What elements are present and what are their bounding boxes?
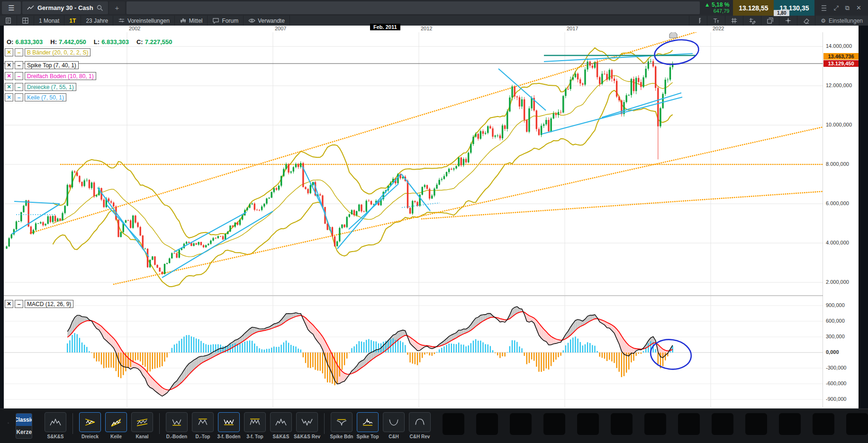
toolbar-item-1-monat[interactable]: 1 Monat	[34, 16, 64, 26]
pattern-button-d-boden[interactable]: D.-Boden	[166, 412, 188, 439]
low-value: 6.833,303	[101, 38, 129, 45]
legend-minimize-button[interactable]: –	[15, 93, 23, 101]
pattern-button-s-k-s[interactable]: S&K&S	[45, 412, 66, 439]
legend-macd: ✕–MACD (12, 26, 9)	[5, 300, 73, 308]
pattern-button-c-h-rev[interactable]: C&H Rev	[409, 412, 431, 439]
bollinger-middle	[53, 76, 673, 257]
pattern-label: Keile	[110, 434, 122, 439]
legend-label[interactable]: Spike Top (7, 40, 1)	[25, 61, 79, 69]
legend-label[interactable]: Dreiecke (7, 55, 1)	[25, 83, 76, 91]
legend-remove-button[interactable]: ✕	[5, 48, 13, 56]
style-classic-option[interactable]: Classic	[16, 414, 32, 426]
legend-label[interactable]: B Bänder (20, 0, 2, 2, S)	[25, 48, 90, 56]
order-ladder-icon[interactable]	[821, 5, 827, 11]
legend-keile: ✕–Keile (7, 50, 1)	[5, 93, 66, 101]
legend-minimize-button[interactable]: –	[15, 83, 23, 91]
pattern-label: D.-Boden	[166, 434, 187, 439]
pattern-label: D.-Top	[196, 434, 210, 439]
toolbar-layers-button[interactable]	[761, 16, 779, 26]
pattern-button-keile[interactable]: Keile	[105, 412, 127, 439]
date-tick-2012: 2012	[421, 26, 432, 31]
spiketop-pattern-icon	[357, 412, 379, 432]
pattern-button-spike-top[interactable]: Spike Top	[357, 412, 379, 439]
pattern-button-kanal[interactable]: Kanal	[131, 412, 153, 439]
close-icon[interactable]: ✕	[856, 4, 861, 11]
pattern-label: 3-f. Boden	[217, 434, 241, 439]
sliders-icon	[118, 17, 125, 24]
pattern-group-divider	[72, 413, 73, 434]
legend-dreifach: ✕–Dreifach Boden (10, 80, 1)	[5, 72, 96, 80]
style-kerze-option[interactable]: Kerze	[16, 426, 32, 438]
settings-button[interactable]: ⚙ Einstellungen	[815, 16, 868, 26]
empty-pattern-slot	[543, 413, 565, 435]
gear-icon: ⚙	[821, 18, 826, 24]
legend-minimize-button[interactable]: –	[15, 300, 23, 308]
toolbar-eraser-button[interactable]	[797, 16, 815, 26]
toolbar-crosshair-pin-button[interactable]	[779, 16, 797, 26]
price-macd-chart[interactable]	[4, 26, 859, 408]
legend-label[interactable]: Dreifach Boden (10, 80, 1)	[25, 72, 96, 80]
toolbar-item-verwandte[interactable]: Verwandte	[244, 16, 290, 26]
candles	[6, 58, 673, 275]
top-tab-bar: ☰ Germany 30 - Cash + ▲ 5,18 % 647,79 13…	[0, 0, 868, 16]
instrument-tab[interactable]: Germany 30 - Cash	[22, 1, 108, 14]
pattern-toolbar: Classic Kerze S&K&SDreieckKeileKanalD.-B…	[0, 408, 868, 443]
hamburger-menu-button[interactable]: ☰	[2, 1, 21, 14]
grid-icon	[731, 17, 738, 24]
new-tab-button[interactable]: +	[109, 1, 125, 14]
price-annotation-circle[interactable]	[652, 36, 700, 68]
toolbar-item-forum[interactable]: Forum	[208, 16, 244, 26]
legend-b: ✕–B Bänder (20, 0, 2, 2, S)	[5, 48, 90, 56]
spikebdn-pattern-icon	[331, 412, 353, 432]
toolbar-item-voreinstellungen[interactable]: Voreinstellungen	[113, 16, 175, 26]
pattern-button-s-k-s-rev[interactable]: S&K&S Rev	[296, 412, 318, 439]
legend-minimize-button[interactable]: –	[15, 72, 23, 80]
gridlines	[4, 32, 823, 407]
pattern-button-d-top[interactable]: D.-Top	[192, 412, 214, 439]
close-value: 7.227,550	[145, 38, 172, 45]
toolbar-grid-button[interactable]	[725, 16, 743, 26]
legend-remove-button[interactable]: ✕	[5, 83, 13, 91]
toolbar-item-1t[interactable]: 1T	[64, 16, 81, 26]
search-icon[interactable]	[97, 5, 103, 11]
scale-axis-icon	[695, 17, 702, 24]
pattern-label: C&H	[389, 434, 399, 439]
layers-icon	[767, 17, 774, 24]
toolbar-grid-edit-button[interactable]	[743, 16, 761, 26]
window-controls: ⤢ ⧉ ✕	[814, 0, 868, 16]
toolbar-text-button[interactable]	[707, 16, 725, 26]
pattern-button-3-f-boden[interactable]: 3-f. Boden	[218, 412, 240, 439]
pattern-lines[interactable]	[12, 54, 696, 278]
popout-icon[interactable]: ⧉	[845, 4, 850, 12]
macd-tick--600: -600,000	[826, 380, 846, 386]
legend-remove-button[interactable]: ✕	[5, 61, 13, 69]
pattern-button-s-k-s[interactable]: S&K&S	[270, 412, 292, 439]
toolbar-scale-axis-button[interactable]	[689, 16, 707, 26]
legend-remove-button[interactable]: ✕	[5, 93, 13, 101]
pattern-label: Spike Bdn	[330, 434, 353, 439]
date-tick-2007: 2007	[275, 26, 286, 31]
legend-label[interactable]: Keile (7, 50, 1)	[25, 93, 66, 101]
keile-pattern-icon	[105, 412, 127, 432]
trend-channels[interactable]	[30, 29, 823, 284]
toolbar-grid4-button[interactable]	[17, 16, 34, 26]
pattern-button-c-h[interactable]: C&H	[383, 412, 405, 439]
toolbar-item-23-jahre[interactable]: 23 Jahre	[81, 16, 113, 26]
legend-minimize-button[interactable]: –	[15, 48, 23, 56]
toolbar-item-mittel[interactable]: Mittel	[175, 16, 208, 26]
pattern-search-icon[interactable]	[8, 418, 9, 428]
toolbar-journal-button[interactable]	[0, 16, 17, 26]
legend-remove-button[interactable]: ✕	[5, 72, 13, 80]
empty-pattern-slot	[577, 413, 599, 435]
pattern-button-3-f-top[interactable]: 3-f. Top	[244, 412, 266, 439]
legend-label[interactable]: MACD (12, 26, 9)	[25, 300, 73, 308]
pattern-button-spike-bdn[interactable]: Spike Bdn	[331, 412, 353, 439]
empty-pattern-slot	[678, 413, 700, 435]
legend-minimize-button[interactable]: –	[15, 61, 23, 69]
chart-toolbar: 1 Monat1T23 JahreVoreinstellungenMittelF…	[0, 16, 868, 26]
pattern-button-dreieck[interactable]: Dreieck	[79, 412, 101, 439]
pattern-buttons: S&K&SDreieckKeileKanalD.-BodenD.-Top3-f.…	[45, 412, 868, 439]
sell-price-button[interactable]: 13.128,55	[733, 0, 774, 16]
legend-remove-button[interactable]: ✕	[5, 300, 13, 308]
maximize-icon[interactable]: ⤢	[833, 4, 838, 12]
